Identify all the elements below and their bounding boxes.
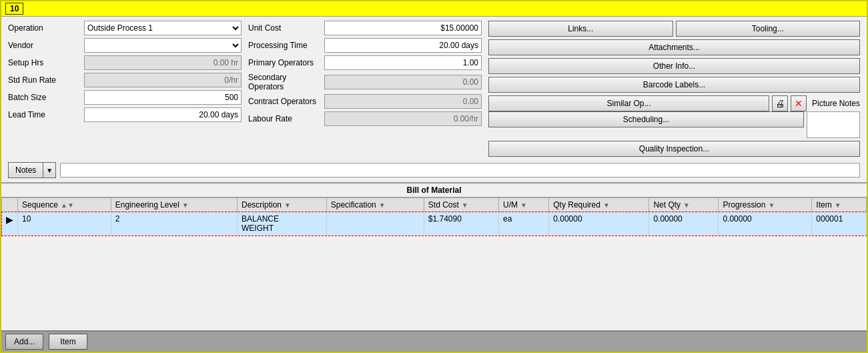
primary-operators-label: Primary Operators	[248, 58, 322, 67]
batch-size-input[interactable]	[84, 90, 242, 105]
row-arrow-icon: ▶	[6, 214, 13, 225]
vendor-label: Vendor	[8, 41, 81, 50]
desc-sort-icon: ▼	[284, 202, 291, 209]
delete-icon[interactable]: ✕	[791, 95, 807, 111]
item-tab[interactable]: Item	[49, 334, 87, 350]
std-run-rate-label: Std Run Rate	[8, 75, 81, 85]
other-info-button[interactable]: Other Info...	[488, 58, 860, 74]
lead-time-row: Lead Time	[8, 107, 242, 122]
add-button[interactable]: Add...	[5, 334, 43, 350]
batch-size-label: Batch Size	[8, 93, 81, 102]
col-engineering-level[interactable]: Engineering Level ▼	[111, 198, 237, 212]
barcode-row: Barcode Labels...	[488, 77, 860, 93]
engineering-level-cell: 2	[111, 212, 237, 236]
labour-rate-label: Labour Rate	[248, 114, 322, 123]
contract-operators-row: Contract Operators	[248, 94, 482, 109]
primary-operators-row: Primary Operators	[248, 55, 482, 70]
quality-row: Quality Inspection...	[488, 141, 860, 157]
print-icon[interactable]: 🖨	[772, 95, 788, 111]
col-std-cost[interactable]: Std Cost ▼	[424, 198, 498, 212]
col-sequence[interactable]: Sequence ▲▼	[18, 198, 111, 212]
lead-time-input[interactable]	[84, 107, 242, 122]
unit-cost-label: Unit Cost	[248, 23, 322, 33]
right-buttons: Links... Tooling... Attachments... Other…	[488, 21, 860, 159]
bom-section: Bill of Material Sequence ▲▼	[1, 184, 867, 330]
notes-input[interactable]	[60, 163, 860, 178]
similar-op-row: Similar Op... 🖨 ✕ Picture Notes	[488, 95, 860, 111]
title-badge: 10	[5, 3, 23, 15]
left-fields: Operation Outside Process 1 Vendor Setup…	[8, 21, 242, 159]
operation-label: Operation	[8, 23, 81, 33]
labour-rate-input[interactable]	[324, 111, 482, 126]
lead-time-label: Lead Time	[8, 110, 81, 119]
spec-sort-icon: ▼	[379, 202, 386, 209]
net-qty-cell: 0.00000	[649, 212, 719, 236]
item-sort-icon: ▼	[835, 202, 841, 209]
scheduling-button[interactable]: Scheduling...	[488, 111, 804, 127]
main-window: 10 Operation Outside Process 1 Vendor	[0, 0, 868, 353]
picture-notes-box	[807, 111, 860, 138]
setup-hrs-row: Setup Hrs	[8, 55, 242, 70]
operation-row: Operation Outside Process 1	[8, 21, 242, 35]
bom-header-row: Sequence ▲▼ Engineering Level ▼	[2, 198, 867, 212]
description-cell: BALANCE WEIGHT	[237, 212, 326, 236]
table-row[interactable]: ▶ 10 2 BALANCE WEIGHT $1.74090 ea 0.0000…	[2, 212, 867, 236]
progression-sort-icon: ▼	[768, 202, 775, 209]
vendor-select[interactable]	[84, 38, 242, 53]
barcode-labels-button[interactable]: Barcode Labels...	[488, 77, 860, 93]
col-um[interactable]: U/M ▼	[499, 198, 549, 212]
contract-operators-input[interactable]	[324, 94, 482, 109]
col-description[interactable]: Description ▼	[237, 198, 326, 212]
similar-op-button[interactable]: Similar Op...	[488, 95, 769, 111]
progression-cell: 0.00000	[719, 212, 812, 236]
bottom-bar: Add... Item	[1, 330, 867, 352]
links-button[interactable]: Links...	[488, 21, 673, 37]
secondary-operators-row: Secondary Operators	[248, 73, 482, 91]
sequence-sort-icon: ▲▼	[61, 202, 74, 209]
std-cost-cell: $1.74090	[424, 212, 498, 236]
bom-table-wrapper[interactable]: Sequence ▲▼ Engineering Level ▼	[1, 198, 867, 330]
std-run-rate-input[interactable]	[84, 73, 242, 87]
bom-title: Bill of Material	[1, 184, 867, 198]
picture-notes-label: Picture Notes	[812, 99, 860, 108]
other-info-row: Other Info...	[488, 58, 860, 74]
notes-button-group: Notes ▼	[8, 162, 56, 178]
col-item[interactable]: Item ▼	[812, 198, 867, 212]
eng-level-sort-icon: ▼	[182, 202, 189, 209]
processing-time-row: Processing Time	[248, 38, 482, 53]
net-qty-sort-icon: ▼	[683, 202, 690, 209]
processing-time-input[interactable]	[324, 38, 482, 53]
setup-hrs-label: Setup Hrs	[8, 58, 81, 67]
specification-cell	[326, 212, 424, 236]
tooling-button[interactable]: Tooling...	[676, 21, 861, 37]
unit-cost-input[interactable]	[324, 21, 482, 35]
notes-button[interactable]: Notes	[9, 163, 43, 178]
col-net-qty[interactable]: Net Qty ▼	[649, 198, 719, 212]
sequence-cell: 10	[18, 212, 111, 236]
attachments-row: Attachments...	[488, 39, 860, 55]
contract-operators-label: Contract Operators	[248, 97, 322, 106]
vendor-row: Vendor	[8, 38, 242, 53]
top-section: Operation Outside Process 1 Vendor Setup…	[1, 17, 867, 184]
um-cell: ea	[499, 212, 549, 236]
quality-inspection-button[interactable]: Quality Inspection...	[488, 141, 860, 157]
links-tooling-row: Links... Tooling...	[488, 21, 860, 37]
bom-table: Sequence ▲▼ Engineering Level ▼	[1, 198, 867, 236]
col-specification[interactable]: Specification ▼	[326, 198, 424, 212]
attachments-button[interactable]: Attachments...	[488, 39, 860, 55]
std-cost-sort-icon: ▼	[462, 202, 468, 209]
col-progression[interactable]: Progression ▼	[719, 198, 812, 212]
secondary-operators-input[interactable]	[324, 75, 482, 89]
col-qty-required[interactable]: Qty Required ▼	[549, 198, 649, 212]
primary-operators-input[interactable]	[324, 55, 482, 70]
row-indicator-cell: ▶	[2, 212, 18, 236]
operation-select[interactable]: Outside Process 1	[84, 21, 242, 35]
setup-hrs-input[interactable]	[84, 55, 242, 70]
col-indicator	[2, 198, 18, 212]
unit-cost-row: Unit Cost	[248, 21, 482, 35]
um-sort-icon: ▼	[520, 202, 527, 209]
notes-row: Notes ▼	[8, 162, 860, 178]
secondary-operators-label: Secondary Operators	[248, 73, 322, 91]
labour-rate-row: Labour Rate	[248, 111, 482, 126]
notes-dropdown-arrow[interactable]: ▼	[43, 163, 55, 178]
